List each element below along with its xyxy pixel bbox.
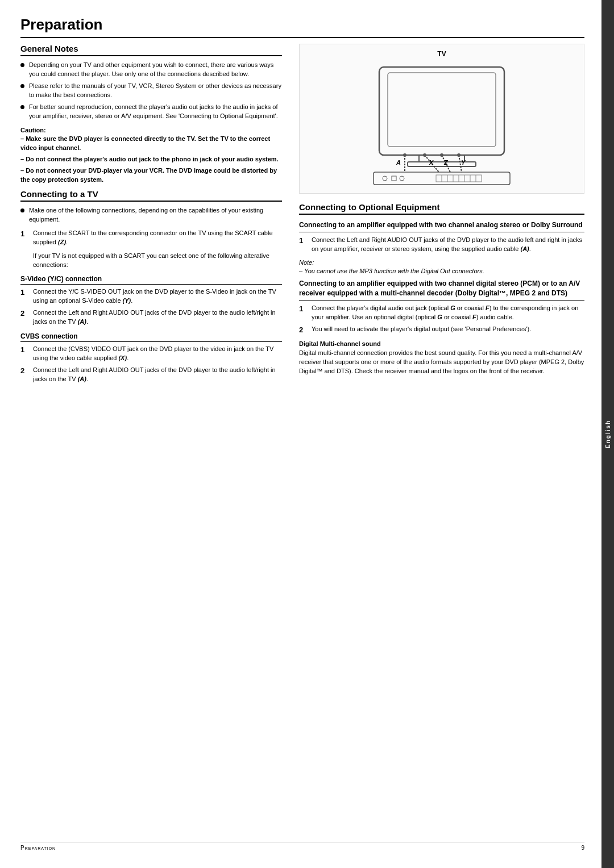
bullet-icon xyxy=(20,105,24,109)
section2-steps: 1 Connect the player's digital audio out… xyxy=(299,304,584,336)
page-footer: Preparation 9 xyxy=(20,842,584,851)
caution-title: Caution: xyxy=(20,126,282,135)
svg-text:X: X xyxy=(429,159,434,166)
tv-step1-list: 1 Connect the SCART to the corresponding… xyxy=(20,229,282,247)
section1-steps: 1 Connect the Left and Right AUDIO OUT j… xyxy=(299,236,584,254)
digital-multi-text: Digital multi-channel connection provide… xyxy=(299,349,584,376)
tv-bullet-list: Make one of the following connections, d… xyxy=(20,206,282,224)
list-item: 2 Connect the Left and Right AUDIO OUT j… xyxy=(20,308,282,327)
svg-text:Z: Z xyxy=(443,159,449,166)
svideo-steps: 1 Connect the Y/C S-VIDEO OUT jack on th… xyxy=(20,287,282,327)
cvbs-title: CVBS connection xyxy=(20,332,282,342)
svg-rect-6 xyxy=(392,176,396,181)
svideo-title: S-Video (Y/C) connection xyxy=(20,275,282,285)
language-tab: English xyxy=(601,0,614,868)
svg-rect-0 xyxy=(379,67,504,155)
svg-rect-3 xyxy=(408,162,476,166)
list-item: For better sound reproduction, connect t… xyxy=(20,103,282,121)
section1-heading: Connecting to an amplifier equipped with… xyxy=(299,220,584,232)
svg-point-27 xyxy=(457,153,460,157)
tv-label: TV xyxy=(305,50,578,58)
list-item: Please refer to the manuals of your TV, … xyxy=(20,82,282,100)
svg-point-7 xyxy=(400,176,404,181)
page-title: Preparation xyxy=(20,16,584,38)
cvbs-steps: 1 Connect the (CVBS) VIDEO OUT jack on t… xyxy=(20,345,282,384)
svg-point-26 xyxy=(440,153,443,157)
section1-note: Note: – You cannot use the MP3 function … xyxy=(299,258,584,276)
svg-point-25 xyxy=(423,153,426,157)
bullet-icon xyxy=(20,84,24,88)
svg-point-5 xyxy=(383,176,387,181)
step1-note: If your TV is not equipped with a SCART … xyxy=(33,252,282,270)
footer-section-label: Preparation xyxy=(20,845,56,851)
bullet-icon xyxy=(20,208,24,212)
caution-item: – Do not connect your DVD-player via you… xyxy=(20,166,282,185)
bullet-icon xyxy=(20,63,24,67)
list-item: 1 Connect the Y/C S-VIDEO OUT jack on th… xyxy=(20,287,282,306)
caution-item: – Do not connect the player's audio out … xyxy=(20,155,282,164)
svg-rect-1 xyxy=(388,73,496,147)
section2-heading: Connecting to an amplifier equipped with… xyxy=(299,279,584,301)
list-item: Make one of the following connections, d… xyxy=(20,206,282,224)
list-item: 1 Connect the SCART to the corresponding… xyxy=(20,229,282,247)
caution-block: Caution: – Make sure the DVD player is c… xyxy=(20,126,282,185)
connecting-tv-title: Connecting to a TV xyxy=(20,189,282,202)
tv-diagram: TV xyxy=(299,44,584,194)
list-item: 2 Connect the Left and Right AUDIO OUT j… xyxy=(20,366,282,384)
footer-page-number: 9 xyxy=(581,845,584,851)
svg-point-24 xyxy=(403,153,406,157)
list-item: 1 Connect the player's digital audio out… xyxy=(299,304,584,322)
list-item: Depending on your TV and other equipment… xyxy=(20,61,282,79)
connecting-tv-section: Connecting to a TV Make one of the follo… xyxy=(20,189,282,384)
connecting-optional-section: Connecting to Optional Equipment Connect… xyxy=(299,202,584,376)
svg-text:A: A xyxy=(396,159,401,166)
general-notes-title: General Notes xyxy=(20,44,282,56)
general-notes-section: General Notes Depending on your TV and o… xyxy=(20,44,282,185)
caution-item: – Make sure the DVD player is connected … xyxy=(20,135,282,153)
general-notes-bullets: Depending on your TV and other equipment… xyxy=(20,61,282,121)
list-item: 1 Connect the Left and Right AUDIO OUT j… xyxy=(299,236,584,254)
tv-diagram-svg: A X Z Y xyxy=(345,61,538,186)
list-item: 2 You will need to activate the player's… xyxy=(299,325,584,336)
list-item: 1 Connect the (CVBS) VIDEO OUT jack on t… xyxy=(20,345,282,363)
optional-equipment-title: Connecting to Optional Equipment xyxy=(299,202,584,215)
digital-multi-title: Digital Multi-channel sound xyxy=(299,340,584,347)
